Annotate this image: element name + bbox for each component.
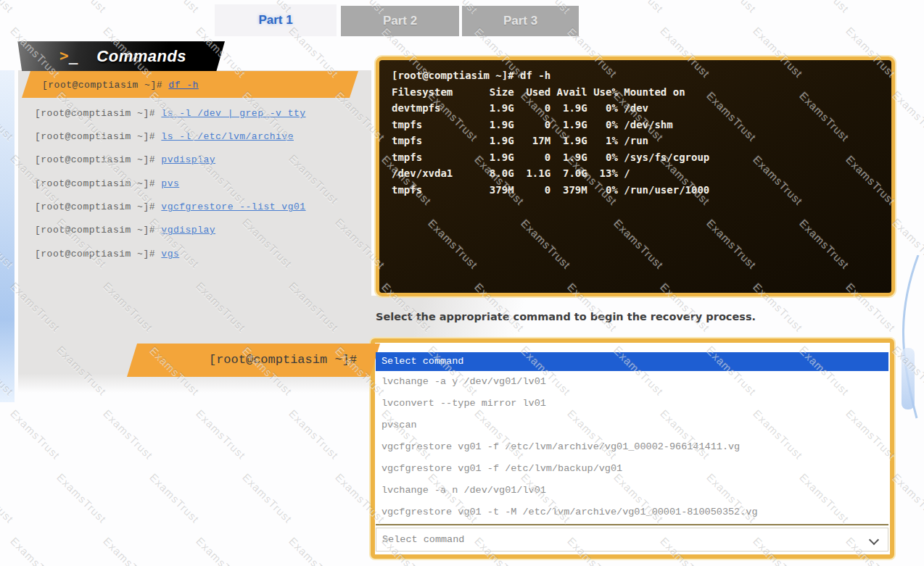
watermark-text: ExamsTrust	[286, 535, 341, 566]
command-prompt: [root@comptiasim ~]#	[35, 178, 155, 189]
command-link[interactable]: pvdisplay	[161, 154, 215, 165]
watermark-text: ExamsTrust	[890, 471, 924, 525]
exam-simulation-page: Part 1 Part 2 Part 3 >_ Commands [root@c…	[0, 0, 924, 566]
watermark-text: ExamsTrust	[147, 471, 202, 525]
tab-part-3[interactable]: Part 3	[462, 6, 579, 36]
left-gradient-strip	[0, 70, 15, 402]
commands-header-banner: >_ Commands	[15, 41, 225, 71]
command-list-item[interactable]: [root@comptiasim ~]# vgcfgrestore --list…	[35, 200, 306, 215]
command-link[interactable]: ls -l /dev | grep -v tty	[161, 108, 305, 119]
command-list-item[interactable]: [root@comptiasim ~]# pvdisplay	[35, 153, 215, 167]
prompt-arrow-glyph: >	[59, 47, 69, 64]
command-link[interactable]: pvs	[161, 178, 179, 189]
terminal-line: [root@comptiasim ~]# df -h	[392, 67, 709, 84]
command-link[interactable]: ls -l /etc/lvm/archive	[161, 131, 294, 142]
terminal-line: tmpfs 1.9G 17M 1.9G 1% /run	[392, 133, 709, 149]
terminal-line: Filesystem Size Used Avail Use% Mounted …	[392, 84, 709, 101]
terminal-prompt-icon: >_	[59, 49, 78, 64]
command-prompt: [root@comptiasim ~]#	[42, 80, 162, 91]
commands-title: Commands	[96, 47, 186, 66]
command-list-item[interactable]: [root@comptiasim ~]# ls -l /etc/lvm/arch…	[35, 130, 294, 144]
tab-part-2[interactable]: Part 2	[341, 6, 459, 36]
watermark-text: ExamsTrust	[101, 535, 155, 566]
terminal-line: tmpfs 1.9G 0 1.9G 0% /dev/shm	[392, 117, 709, 133]
command-list-item[interactable]: [root@comptiasim ~]# vgdisplay	[35, 223, 215, 238]
question-instruction: Select the appropriate command to begin …	[376, 311, 891, 322]
decorative-blue-bar	[902, 348, 915, 409]
command-list-item[interactable]: [root@comptiasim ~]# df -h	[42, 78, 199, 93]
watermark-text: ExamsTrust	[611, 0, 666, 15]
command-link[interactable]: vgdisplay	[161, 225, 215, 236]
answer-prompt-text: [root@comptiasim ~]#	[132, 344, 357, 377]
command-link[interactable]: vgcfgrestore --list vg01	[161, 201, 305, 212]
watermark-text: ExamsTrust	[890, 0, 924, 15]
terminal-line: /dev/xvda1 8.0G 1.1G 7.0G 13% /	[392, 165, 709, 182]
dropdown-option[interactable]: vgcfgrestore vg01 -t -M /etc/lvm/archive…	[376, 502, 888, 523]
dropdown-option[interactable]: vgcfgrestore vg01 -f /etc/lvm/backup/vg0…	[376, 458, 888, 480]
command-prompt: [root@comptiasim ~]#	[35, 154, 155, 165]
watermark-text: ExamsTrust	[890, 88, 924, 143]
command-prompt: [root@comptiasim ~]#	[35, 201, 155, 212]
watermark-text: ExamsTrust	[147, 0, 202, 15]
watermark-text: ExamsTrust	[54, 0, 109, 15]
watermark-text: ExamsTrust	[101, 407, 155, 462]
watermark-text: ExamsTrust	[0, 471, 16, 525]
terminal-line: devtmpfs 1.9G 0 1.9G 0% /dev	[392, 100, 709, 117]
watermark-text: ExamsTrust	[286, 407, 341, 462]
terminal-output-panel: [root@comptiasim ~]# df -h Filesystem Si…	[376, 57, 895, 296]
command-select-value: Select command	[382, 534, 464, 545]
watermark-text: ExamsTrust	[194, 535, 248, 566]
watermark-text: ExamsTrust	[240, 471, 294, 525]
command-prompt: [root@comptiasim ~]#	[35, 108, 155, 119]
command-link[interactable]: df -h	[168, 80, 199, 91]
dropdown-option[interactable]: lvchange -a n /dev/vg01/lv01	[376, 480, 888, 502]
watermark-text: ExamsTrust	[704, 0, 759, 15]
dropdown-option[interactable]: lvchange -a y /dev/vg01/lv01	[376, 371, 888, 393]
command-list-item[interactable]: [root@comptiasim ~]# vgs	[35, 247, 179, 262]
terminal-line: tmpfs 379M 0 379M 0% /run/user/1000	[392, 182, 709, 199]
command-list-item[interactable]: [root@comptiasim ~]# pvs	[35, 177, 179, 191]
dropdown-option-selected[interactable]: Select command	[376, 352, 888, 371]
command-link[interactable]: vgs	[161, 249, 179, 259]
watermark-text: ExamsTrust	[8, 535, 62, 566]
chevron-down-icon	[869, 535, 879, 545]
command-list-item[interactable]: [root@comptiasim ~]# ls -l /dev | grep -…	[35, 107, 306, 121]
command-select[interactable]: Select command	[376, 528, 888, 552]
command-prompt: [root@comptiasim ~]#	[35, 225, 155, 236]
watermark-text: ExamsTrust	[54, 471, 109, 525]
command-prompt: [root@comptiasim ~]#	[35, 131, 155, 142]
dropdown-option[interactable]: vgcfgrestore vg01 -f /etc/lvm/archive/vg…	[376, 436, 888, 458]
prompt-cursor-glyph: _	[69, 47, 78, 64]
watermark-text: ExamsTrust	[194, 407, 248, 462]
watermark-text: ExamsTrust	[8, 407, 62, 462]
watermark-text: ExamsTrust	[0, 0, 16, 15]
dropdown-separator	[376, 524, 888, 525]
terminal-output-text: [root@comptiasim ~]# df -h Filesystem Si…	[392, 67, 709, 198]
dropdown-option[interactable]: pvscan	[376, 415, 888, 436]
command-prompt: [root@comptiasim ~]#	[35, 249, 155, 259]
watermark-text: ExamsTrust	[797, 0, 851, 15]
terminal-line: tmpfs 1.9G 0 1.9G 0% /sys/fs/cgroup	[392, 149, 709, 166]
tab-part-1[interactable]: Part 1	[215, 4, 337, 36]
dropdown-option[interactable]: lvconvert --type mirror lv01	[376, 393, 888, 415]
